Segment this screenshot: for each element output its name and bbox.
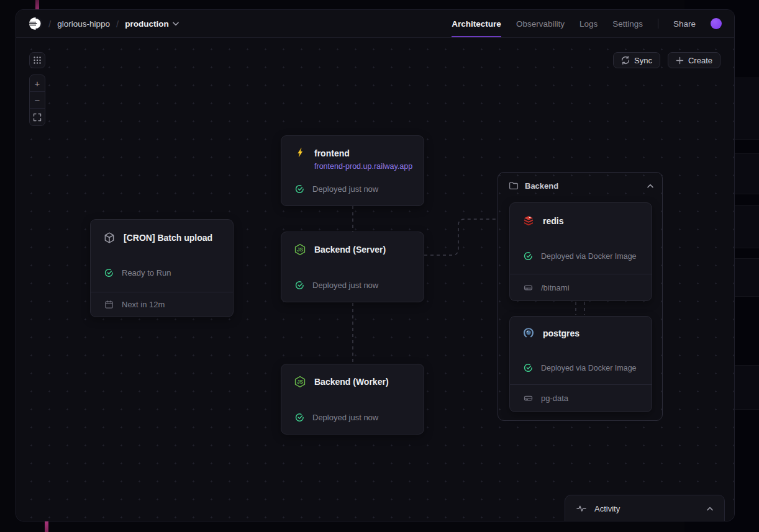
environment-name: production <box>125 19 169 29</box>
tab-settings[interactable]: Settings <box>612 10 643 37</box>
plus-icon <box>676 56 684 65</box>
service-domain-link[interactable]: frontend-prod.up.railway.app <box>314 162 412 171</box>
node-title: postgres <box>543 328 579 338</box>
check-circle-icon <box>295 413 304 422</box>
activity-label: Activity <box>594 504 620 513</box>
check-circle-icon <box>104 268 114 277</box>
check-circle-icon <box>524 251 533 261</box>
create-button[interactable]: Create <box>668 52 720 68</box>
service-node-cron[interactable]: [CRON] Batch upload Ready to Run Next in… <box>90 219 234 317</box>
breadcrumb-separator: / <box>48 19 51 29</box>
tab-observability[interactable]: Observability <box>516 10 565 37</box>
tab-architecture[interactable]: Architecture <box>452 10 501 37</box>
cube-icon <box>103 232 116 244</box>
node-header: frontend <box>294 147 350 160</box>
check-circle-icon <box>295 281 304 290</box>
dots-grid-icon <box>32 55 42 65</box>
deploy-status: Deployed just now <box>295 413 378 422</box>
nav-divider <box>658 19 658 29</box>
deploy-status-text: Deployed just now <box>312 413 378 422</box>
deploy-status: Deployed via Docker Image <box>524 251 637 261</box>
chevron-up-icon[interactable] <box>707 507 713 511</box>
volume-path: /bitnami <box>541 283 570 292</box>
zoom-controls: + − <box>29 74 45 126</box>
railway-logo-icon[interactable] <box>29 17 42 30</box>
deploy-status: Deployed just now <box>295 281 378 290</box>
breadcrumb-separator: / <box>116 19 119 29</box>
laser-line-bottom <box>45 521 48 532</box>
breadcrumb: / glorious-hippo / production <box>29 17 179 30</box>
zoom-in-button[interactable]: + <box>30 75 45 92</box>
breadcrumb-project[interactable]: glorious-hippo <box>57 19 110 29</box>
deploy-status-text: Ready to Run <box>122 268 171 277</box>
avatar[interactable] <box>711 18 722 29</box>
service-node-frontend[interactable]: frontend frontend-prod.up.railway.app De… <box>281 135 424 206</box>
service-node-backend-worker[interactable]: Backend (Worker) Deployed just now <box>281 364 424 435</box>
service-group-backend[interactable]: Backend redis Deployed via Docker Image … <box>498 172 663 421</box>
deploy-status-text: Deployed just now <box>312 184 378 194</box>
deploy-status: Ready to Run <box>104 268 171 277</box>
check-circle-icon <box>524 363 533 372</box>
cron-next-run: Next in 12m <box>122 300 165 309</box>
canvas-actions: Sync Create <box>613 52 720 68</box>
node-title: [CRON] Batch upload <box>124 233 212 243</box>
node-title: Backend (Worker) <box>314 377 389 387</box>
deploy-status-text: Deployed just now <box>312 281 378 290</box>
node-header: postgres <box>522 327 579 340</box>
group-title: Backend <box>525 181 558 191</box>
nodejs-icon <box>294 376 306 388</box>
environment-selector[interactable]: production <box>125 19 179 29</box>
node-title: frontend <box>314 148 350 158</box>
node-header: Backend (Worker) <box>294 376 389 388</box>
node-header: Backend (Server) <box>294 243 386 256</box>
calendar-icon <box>104 300 114 309</box>
service-node-postgres[interactable]: postgres Deployed via Docker Image pg-da… <box>509 316 652 412</box>
connection-server-backend-group <box>424 219 498 255</box>
app-panel: / glorious-hippo / production Architectu… <box>16 9 735 521</box>
layout-grid-button[interactable] <box>29 52 45 68</box>
top-navbar: / glorious-hippo / production Architectu… <box>16 10 734 38</box>
zoom-out-button[interactable]: − <box>30 92 45 109</box>
group-header[interactable]: Backend <box>509 181 653 191</box>
chevron-down-icon <box>173 22 179 26</box>
volume-row: pg-data <box>510 384 652 412</box>
redis-icon <box>522 215 535 227</box>
sync-icon <box>621 56 630 65</box>
activity-panel[interactable]: Activity <box>565 495 725 521</box>
postgres-icon <box>522 327 535 340</box>
nav-actions: Architecture Observability Logs Settings… <box>452 10 722 37</box>
pulse-icon <box>576 503 586 513</box>
drive-icon <box>524 283 533 292</box>
fit-view-button[interactable] <box>30 109 45 125</box>
volume-path: pg-data <box>541 394 568 403</box>
node-title: redis <box>543 216 563 226</box>
vite-icon <box>294 147 306 160</box>
expand-icon <box>33 113 42 122</box>
deploy-status: Deployed just now <box>295 184 378 194</box>
volume-row: /bitnami <box>510 274 652 300</box>
folder-icon <box>509 181 519 191</box>
architecture-canvas[interactable]: + − Sync Create frontend frontend-prod.u <box>16 38 734 521</box>
drive-icon <box>524 394 533 403</box>
check-circle-icon <box>295 184 304 194</box>
deploy-status-text: Deployed via Docker Image <box>541 364 637 372</box>
nodejs-icon <box>294 243 306 256</box>
tab-logs[interactable]: Logs <box>579 10 598 37</box>
node-title: Backend (Server) <box>314 245 386 255</box>
node-header: redis <box>522 215 563 227</box>
sync-button[interactable]: Sync <box>613 52 660 68</box>
deploy-status-text: Deployed via Docker Image <box>541 252 637 261</box>
create-label: Create <box>688 56 712 65</box>
share-button[interactable]: Share <box>673 19 696 29</box>
node-header: [CRON] Batch upload <box>103 232 212 244</box>
service-node-backend-server[interactable]: Backend (Server) Deployed just now <box>281 232 424 302</box>
laser-line-top <box>35 0 39 9</box>
cron-schedule-row: Next in 12m <box>91 292 233 317</box>
chevron-up-icon[interactable] <box>647 184 653 188</box>
deploy-status: Deployed via Docker Image <box>524 363 637 372</box>
sync-label: Sync <box>634 56 652 65</box>
service-node-redis[interactable]: redis Deployed via Docker Image /bitnami <box>509 202 652 301</box>
